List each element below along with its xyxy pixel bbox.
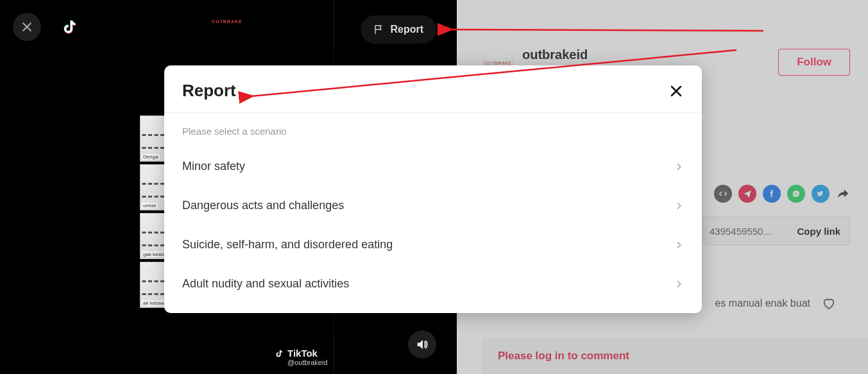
report-button[interactable]: Report (361, 15, 436, 44)
sound-toggle-button[interactable] (408, 330, 436, 359)
chevron-right-icon (674, 279, 684, 289)
watermark-brand: TikTok (287, 348, 318, 359)
whatsapp-icon (792, 189, 801, 198)
close-video-button[interactable] (13, 13, 41, 41)
facebook-icon (767, 189, 776, 198)
share-arrow-icon (836, 187, 850, 201)
report-option-self-harm[interactable]: Suicide, self-harm, and disordered eatin… (182, 225, 684, 264)
option-label: Adult nudity and sexual activities (182, 277, 349, 291)
whatsapp-share-button[interactable] (787, 185, 805, 203)
report-option-dangerous-acts[interactable]: Dangerous acts and challenges (182, 186, 684, 225)
close-icon (668, 83, 684, 99)
report-option-minor-safety[interactable]: Minor safety (182, 147, 684, 186)
modal-hint: Please select a scenario (182, 126, 684, 137)
embed-icon (719, 189, 728, 198)
login-to-comment-bar[interactable]: Please log in to comment (482, 338, 868, 374)
chevron-right-icon (674, 240, 684, 250)
send-icon (743, 189, 752, 198)
follow-button[interactable]: Follow (778, 49, 850, 76)
copy-link-button[interactable]: Copy link (788, 217, 849, 244)
link-preview-text: 4395459550... (703, 226, 788, 237)
tiktok-watermark: TikTok @outbrakeid (276, 348, 328, 366)
close-icon (21, 21, 33, 33)
chevron-right-icon (674, 162, 684, 172)
option-label: Dangerous acts and challenges (182, 199, 344, 212)
heart-icon[interactable] (822, 296, 836, 310)
embed-button[interactable] (714, 185, 732, 203)
twitter-share-button[interactable] (812, 185, 830, 203)
comment-text: es manual enak buat (715, 298, 810, 309)
modal-title: Report (182, 81, 236, 101)
facebook-share-button[interactable] (763, 185, 781, 203)
username[interactable]: outbrakeid (522, 47, 588, 62)
sound-icon (415, 337, 429, 352)
share-row (714, 185, 850, 203)
chevron-right-icon (674, 201, 684, 211)
modal-close-button[interactable] (668, 83, 684, 99)
option-label: Suicide, self-harm, and disordered eatin… (182, 238, 393, 251)
report-option-adult-nudity[interactable]: Adult nudity and sexual activities (182, 264, 684, 303)
comment-preview: es manual enak buat (715, 296, 836, 310)
link-copy-box: 4395459550... Copy link (702, 217, 850, 245)
report-button-label: Report (390, 24, 423, 35)
report-modal: Report Please select a scenario Minor sa… (164, 65, 702, 313)
tiktok-logo[interactable] (58, 13, 86, 41)
option-label: Minor safety (182, 160, 245, 173)
flag-icon (373, 24, 385, 35)
share-more-button[interactable] (836, 187, 850, 201)
send-button[interactable] (738, 185, 756, 203)
twitter-icon (816, 189, 825, 198)
tiktok-icon (276, 349, 285, 358)
tiktok-icon (64, 19, 80, 35)
video-brand-text: OUTBRAKE (212, 19, 243, 24)
watermark-username: @outbrakeid (287, 359, 328, 366)
